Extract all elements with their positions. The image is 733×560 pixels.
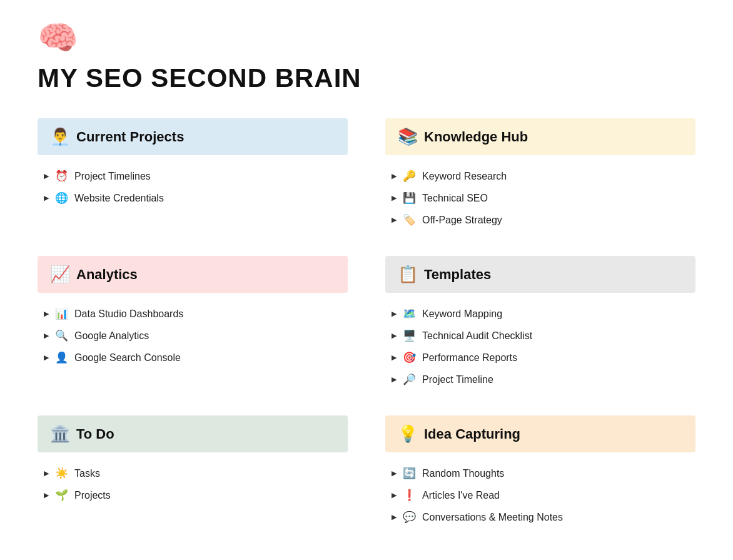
item-icon: 👤 xyxy=(55,351,68,364)
arrow-icon: ▶ xyxy=(392,194,397,202)
item-text: Keyword Research xyxy=(422,171,507,182)
list-item[interactable]: ▶🔑Keyword Research xyxy=(392,165,689,187)
list-item[interactable]: ▶🌐Website Credentials xyxy=(44,187,341,209)
item-text: Google Search Console xyxy=(74,352,181,364)
item-icon: ☀️ xyxy=(55,467,68,480)
item-icon: 🏷️ xyxy=(403,213,416,227)
arrow-icon: ▶ xyxy=(392,513,397,521)
list-item[interactable]: ▶🔎Project Timeline xyxy=(392,369,689,390)
card-items-analytics: ▶📊Data Studio Dashboards▶🔍Google Analyti… xyxy=(38,303,348,369)
item-icon: 🔎 xyxy=(403,373,416,386)
card-current-projects: 👨‍💼Current Projects▶⏰Project Timelines▶🌐… xyxy=(38,118,348,231)
item-icon: 🔑 xyxy=(403,170,416,183)
card-title-current-projects: Current Projects xyxy=(76,129,184,145)
list-item[interactable]: ▶🔄Random Thoughts xyxy=(392,462,689,484)
card-header-icon-templates: 📋 xyxy=(398,265,418,284)
card-items-knowledge-hub: ▶🔑Keyword Research▶💾Technical SEO▶🏷️Off-… xyxy=(385,165,695,231)
list-item[interactable]: ▶🏷️Off-Page Strategy xyxy=(392,209,689,231)
list-item[interactable]: ▶🗺️Keyword Mapping xyxy=(392,303,689,325)
item-icon: 💾 xyxy=(403,191,416,205)
card-knowledge-hub: 📚Knowledge Hub▶🔑Keyword Research▶💾Techni… xyxy=(385,118,695,231)
item-text: Google Analytics xyxy=(74,330,149,342)
arrow-icon: ▶ xyxy=(44,354,49,362)
card-header-knowledge-hub: 📚Knowledge Hub xyxy=(385,118,695,155)
arrow-icon: ▶ xyxy=(392,310,397,318)
arrow-icon: ▶ xyxy=(44,194,49,202)
list-item[interactable]: ▶💬Conversations & Meeting Notes xyxy=(392,506,689,528)
arrow-icon: ▶ xyxy=(392,354,397,362)
card-templates: 📋Templates▶🗺️Keyword Mapping▶🖥️Technical… xyxy=(385,256,695,390)
list-item[interactable]: ▶❗Articles I've Read xyxy=(392,484,689,506)
item-text: Performance Reports xyxy=(422,352,517,364)
arrow-icon: ▶ xyxy=(392,172,397,180)
item-text: Keyword Mapping xyxy=(422,308,502,320)
card-header-current-projects: 👨‍💼Current Projects xyxy=(38,118,348,155)
arrow-icon: ▶ xyxy=(44,332,49,340)
arrow-icon: ▶ xyxy=(44,491,49,499)
item-icon: ⏰ xyxy=(55,170,68,183)
list-item[interactable]: ▶👤Google Search Console xyxy=(44,347,341,369)
item-text: Project Timelines xyxy=(74,171,151,182)
card-header-analytics: 📈Analytics xyxy=(38,256,348,293)
card-title-templates: Templates xyxy=(424,267,491,283)
arrow-icon: ▶ xyxy=(392,375,397,384)
item-text: Data Studio Dashboards xyxy=(74,308,183,320)
arrow-icon: ▶ xyxy=(44,310,49,318)
item-text: Tasks xyxy=(74,468,100,479)
card-title-idea-capturing: Idea Capturing xyxy=(424,426,520,442)
list-item[interactable]: ▶📊Data Studio Dashboards xyxy=(44,303,341,325)
arrow-icon: ▶ xyxy=(392,332,397,340)
arrow-icon: ▶ xyxy=(44,469,49,477)
brain-emoji: 🧠 xyxy=(38,19,695,57)
card-header-icon-knowledge-hub: 📚 xyxy=(398,127,418,146)
card-title-to-do: To Do xyxy=(76,426,114,442)
card-header-to-do: 🏛️To Do xyxy=(38,415,348,452)
card-header-icon-analytics: 📈 xyxy=(50,265,70,284)
arrow-icon: ▶ xyxy=(392,491,397,499)
card-items-current-projects: ▶⏰Project Timelines▶🌐Website Credentials xyxy=(38,165,348,209)
page-title: MY SEO SECOND BRAIN xyxy=(38,63,695,93)
card-items-to-do: ▶☀️Tasks▶🌱Projects xyxy=(38,462,348,506)
item-text: Technical Audit Checklist xyxy=(422,330,532,342)
list-item[interactable]: ▶🎯Performance Reports xyxy=(392,347,689,369)
card-analytics: 📈Analytics▶📊Data Studio Dashboards▶🔍Goog… xyxy=(38,256,348,390)
item-icon: 🎯 xyxy=(403,351,416,364)
item-icon: 🗺️ xyxy=(403,307,416,320)
card-header-icon-current-projects: 👨‍💼 xyxy=(50,127,70,146)
list-item[interactable]: ▶💾Technical SEO xyxy=(392,187,689,209)
card-to-do: 🏛️To Do▶☀️Tasks▶🌱Projects xyxy=(38,415,348,528)
card-items-idea-capturing: ▶🔄Random Thoughts▶❗Articles I've Read▶💬C… xyxy=(385,462,695,528)
card-title-analytics: Analytics xyxy=(76,267,138,283)
item-icon: 🌐 xyxy=(55,191,68,205)
arrow-icon: ▶ xyxy=(392,469,397,477)
item-text: Projects xyxy=(74,490,111,501)
list-item[interactable]: ▶🔍Google Analytics xyxy=(44,325,341,347)
card-header-icon-idea-capturing: 💡 xyxy=(398,424,418,444)
card-header-templates: 📋Templates xyxy=(385,256,695,293)
list-item[interactable]: ▶🖥️Technical Audit Checklist xyxy=(392,325,689,347)
item-icon: 🔄 xyxy=(403,467,416,480)
card-idea-capturing: 💡Idea Capturing▶🔄Random Thoughts▶❗Articl… xyxy=(385,415,695,528)
item-text: Random Thoughts xyxy=(422,468,504,479)
item-icon: 🖥️ xyxy=(403,329,416,342)
list-item[interactable]: ▶🌱Projects xyxy=(44,484,341,506)
item-icon: 💬 xyxy=(403,511,416,524)
arrow-icon: ▶ xyxy=(44,172,49,180)
item-text: Articles I've Read xyxy=(422,490,500,501)
item-icon: 📊 xyxy=(55,307,68,320)
item-text: Technical SEO xyxy=(422,193,488,204)
list-item[interactable]: ▶⏰Project Timelines xyxy=(44,165,341,187)
item-text: Conversations & Meeting Notes xyxy=(422,512,563,523)
item-icon: ❗ xyxy=(403,489,416,502)
card-header-idea-capturing: 💡Idea Capturing xyxy=(385,415,695,452)
item-text: Website Credentials xyxy=(74,193,164,204)
item-icon: 🌱 xyxy=(55,489,68,502)
list-item[interactable]: ▶☀️Tasks xyxy=(44,462,341,484)
card-title-knowledge-hub: Knowledge Hub xyxy=(424,129,528,145)
item-text: Project Timeline xyxy=(422,374,493,385)
arrow-icon: ▶ xyxy=(392,216,397,224)
item-text: Off-Page Strategy xyxy=(422,215,502,226)
card-header-icon-to-do: 🏛️ xyxy=(50,424,70,444)
card-items-templates: ▶🗺️Keyword Mapping▶🖥️Technical Audit Che… xyxy=(385,303,695,390)
cards-grid: 👨‍💼Current Projects▶⏰Project Timelines▶🌐… xyxy=(38,118,695,528)
